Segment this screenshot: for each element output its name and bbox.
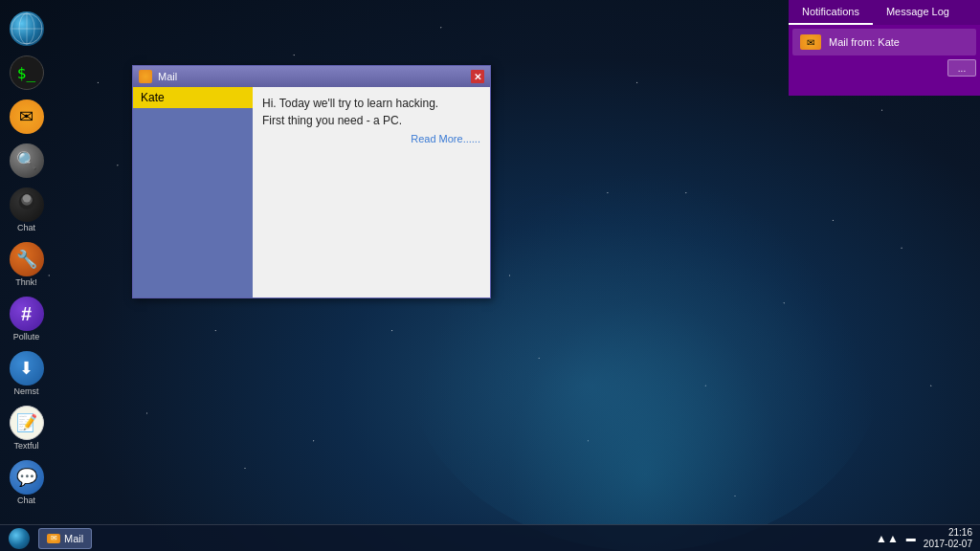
mail-message-line2: First thing you need - a PC. <box>262 112 480 129</box>
sidebar-label-notepad: Textful <box>13 441 38 451</box>
mail-contacts-panel: Kate <box>133 87 253 298</box>
sidebar-label-chat-big: Chat <box>17 496 35 505</box>
mail-close-button[interactable]: ✕ <box>471 70 484 83</box>
find-icon: 🔍 <box>10 143 44 178</box>
svg-point-5 <box>569 251 587 268</box>
sidebar-item-find[interactable]: 🔍 <box>2 140 52 182</box>
hash-icon: # <box>10 297 44 331</box>
sidebar-item-chat-small[interactable]: Chat <box>2 184 52 236</box>
mail-contact-kate[interactable]: Kate <box>133 87 253 108</box>
tab-message-log[interactable]: Message Log <box>873 0 963 25</box>
sidebar-item-mail[interactable]: ✉ <box>2 96 52 138</box>
mail-read-more-link[interactable]: Read More...... <box>262 133 480 144</box>
notification-item-mail[interactable]: ✉ Mail from: Kate <box>792 29 976 55</box>
chat-big-icon: 💬 <box>10 460 44 495</box>
tool-icon: 🔧 <box>10 242 44 276</box>
mail-body: Kate Hi. Today we'll try to learn hackin… <box>133 87 490 298</box>
taskbar-date-value: 2017-02-07 <box>924 539 972 550</box>
chat-small-icon <box>10 187 44 222</box>
sidebar-item-browser[interactable] <box>2 8 52 50</box>
notification-more-button[interactable]: ... <box>947 59 976 77</box>
sidebar-item-notepad[interactable]: 📝 Textful <box>2 402 52 454</box>
wifi-icon: ▲▲ <box>876 532 899 545</box>
globe-icon <box>10 11 44 46</box>
sidebar-label-hash: Pollute <box>13 332 40 342</box>
svg-point-0 <box>475 196 622 364</box>
taskbar-start-button[interactable] <box>4 527 34 550</box>
notepad-icon: 📝 <box>10 406 44 440</box>
sidebar-item-tool[interactable]: 🔧 Thnk! <box>2 238 52 291</box>
mail-window-title: Mail <box>158 71 465 82</box>
taskbar-mail-button[interactable]: ✉ Mail <box>38 528 92 549</box>
taskbar-mail-label: Mail <box>64 533 83 544</box>
sidebar-label-chat: Chat <box>17 223 35 232</box>
notification-mail-icon: ✉ <box>800 34 821 50</box>
sidebar-item-terminal[interactable]: $_ <box>2 52 52 94</box>
sidebar-label-tool: Thnk! <box>15 277 37 287</box>
sidebar: $_ ✉ 🔍 Chat 🔧 Thnk! # Pollute ⬇ Nemst 📝 … <box>0 0 53 524</box>
mail-sidebar-icon: ✉ <box>10 99 44 134</box>
taskbar-right-area: ▲▲ ▬ 21:16 2017-02-07 <box>876 527 976 550</box>
notification-text: Mail from: Kate <box>829 36 969 48</box>
mail-titlebar[interactable]: Mail ✕ <box>133 66 490 87</box>
mail-window: Mail ✕ Kate Hi. Today we'll try to learn… <box>132 65 491 298</box>
taskbar: ✉ Mail ▲▲ ▬ 21:16 2017-02-07 <box>0 524 980 551</box>
taskbar-mail-icon: ✉ <box>47 534 60 543</box>
svg-point-12 <box>22 194 30 202</box>
taskbar-clock: 21:16 2017-02-07 <box>924 527 972 550</box>
mail-message-line1: Hi. Today we'll try to learn hacking. <box>262 95 480 112</box>
mail-window-icon <box>139 70 152 83</box>
svg-point-4 <box>511 251 528 268</box>
sidebar-item-download[interactable]: ⬇ Nemst <box>2 347 52 400</box>
download-icon: ⬇ <box>10 351 44 386</box>
taskbar-time-value: 21:16 <box>948 527 972 539</box>
notifications-tabs: Notifications Message Log <box>789 0 980 25</box>
svg-point-1 <box>491 207 607 343</box>
sidebar-item-chat-big[interactable]: 💬 Chat <box>2 456 52 509</box>
sidebar-item-hash[interactable]: # Pollute <box>2 293 52 345</box>
taskbar-globe-icon <box>9 528 30 549</box>
battery-icon: ▬ <box>906 533 916 543</box>
notifications-panel: Notifications Message Log ✉ Mail from: K… <box>789 0 980 96</box>
terminal-icon: $_ <box>10 55 44 90</box>
mail-content-panel: Hi. Today we'll try to learn hacking. Fi… <box>253 87 490 298</box>
tab-notifications[interactable]: Notifications <box>789 0 873 25</box>
sidebar-label-download: Nemst <box>13 386 38 396</box>
